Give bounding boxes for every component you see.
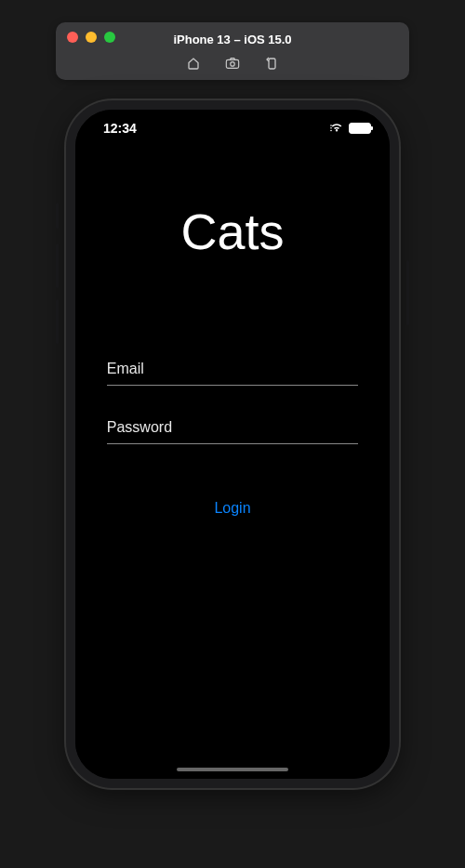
svg-rect-2 [269,59,275,69]
status-time: 12:34 [94,121,137,136]
svg-rect-0 [226,59,238,68]
phone-side-button [56,243,59,288]
home-indicator[interactable] [177,768,288,771]
email-input-group [107,353,358,386]
password-field[interactable] [107,412,358,444]
home-icon[interactable] [186,56,201,71]
wifi-icon [329,120,344,137]
phone-screen: 12:34 Cats Lo [75,110,390,779]
svg-point-3 [330,130,332,132]
close-window-button[interactable] [67,32,78,43]
screenshot-icon[interactable] [225,56,240,71]
email-field[interactable] [107,353,358,386]
app-content: Cats Login [75,110,390,779]
password-input-group [107,412,358,444]
phone-side-button [56,203,59,229]
window-traffic-lights [67,32,115,43]
svg-point-5 [330,125,332,126]
svg-point-1 [231,62,234,66]
maximize-window-button[interactable] [104,32,115,43]
login-button[interactable]: Login [214,500,250,517]
phone-notch [167,110,298,136]
minimize-window-button[interactable] [86,32,97,43]
rotate-icon[interactable] [264,56,279,71]
battery-icon [349,123,371,134]
phone-frame: 12:34 Cats Lo [66,100,399,788]
phone-side-button [56,299,59,344]
simulator-toolbar: iPhone 13 – iOS 15.0 [56,22,409,80]
app-title: Cats [180,203,284,260]
simulator-icons [56,54,409,71]
phone-side-button [406,260,409,325]
svg-point-4 [330,127,332,129]
status-indicators [329,120,371,137]
